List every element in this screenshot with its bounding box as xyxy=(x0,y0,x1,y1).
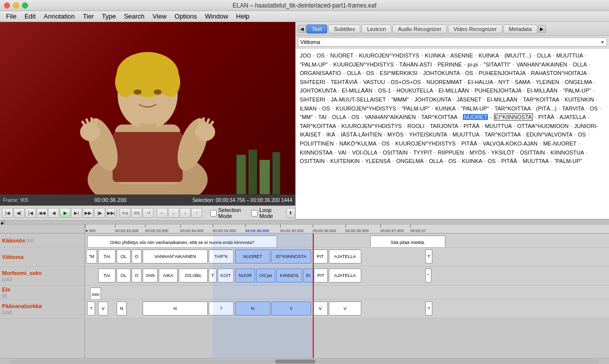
selection-mode-label[interactable]: Selection Mode xyxy=(210,207,246,219)
annot-m-13[interactable]: AJATELLA xyxy=(329,268,361,282)
annot-p-5[interactable]: N xyxy=(235,302,270,316)
annot-m-9[interactable]: OS:pe xyxy=(256,268,275,282)
svg-point-7 xyxy=(154,90,162,94)
annot-m-7[interactable]: KOIT xyxy=(218,268,234,282)
annot-e-0[interactable]: mm xyxy=(90,288,101,300)
close-button[interactable] xyxy=(4,2,10,8)
annot-m-1[interactable]: OL xyxy=(117,268,131,282)
annot-m-8[interactable]: NUOR xyxy=(235,268,255,282)
go-prev-annotation[interactable]: ⊣ xyxy=(143,208,154,218)
menu-file[interactable]: File xyxy=(2,12,21,21)
annotation-kaannos-1[interactable]: Sitä pitää miettiä. xyxy=(370,236,445,248)
annot-m-6[interactable]: T xyxy=(209,268,217,282)
menu-type[interactable]: Type xyxy=(98,12,120,21)
svg-point-6 xyxy=(134,90,142,94)
prev-second-button[interactable]: ◀ xyxy=(48,208,59,218)
track-viittoma: "M TAI OL O VANHAN^AIKAINEN TAR^K NUORET… xyxy=(85,248,609,266)
annot-p-8[interactable]: V xyxy=(329,302,361,316)
annot-m-3[interactable]: VAN xyxy=(143,268,158,282)
rewind-button[interactable]: |◀ xyxy=(25,208,36,218)
tab-next-button[interactable]: ▶ xyxy=(538,25,546,33)
scroll-up-button[interactable]: ⬆ xyxy=(286,208,295,218)
timeline-scrollbar[interactable] xyxy=(0,358,609,364)
menu-search[interactable]: Search xyxy=(120,12,149,21)
time-display: 00:00:36.200 xyxy=(29,197,192,203)
annot-p-4[interactable]: ? xyxy=(209,302,234,316)
annotation-kaannos-0[interactable]: Onko yhdistys siis niin vanhanaikainen, … xyxy=(87,236,277,248)
menu-help[interactable]: Help xyxy=(232,12,254,21)
transport-options: Selection Mode Loop Mode xyxy=(206,207,283,219)
annot-m-11[interactable]: EI xyxy=(303,268,313,282)
annot-m-12[interactable]: PIT xyxy=(314,268,328,282)
scrollbar-thumb[interactable] xyxy=(275,360,315,364)
annot-m-0[interactable]: TAI xyxy=(98,268,116,282)
arrow-up[interactable]: ↑ xyxy=(191,208,202,218)
loop-mode-label[interactable]: Loop Mode xyxy=(251,207,279,219)
annot-v-7[interactable]: EI^KIINNOSTA xyxy=(271,250,311,264)
annot-v-1[interactable]: TAI xyxy=(98,250,116,264)
tab-video-recognizer[interactable]: Video Recognizer xyxy=(448,24,502,34)
menu-view[interactable]: View xyxy=(149,12,171,21)
go-to-end-button[interactable]: ▶▶| xyxy=(106,208,117,218)
annot-p-6[interactable]: V xyxy=(271,302,311,316)
go-to-start-button[interactable]: |◀ xyxy=(2,208,13,218)
menu-edit[interactable]: Edit xyxy=(21,12,40,21)
arrow-left[interactable]: ← xyxy=(157,208,168,218)
annot-p-9[interactable]: ? xyxy=(425,302,432,316)
annot-m-4[interactable]: AIKA xyxy=(159,268,178,282)
arrow-right[interactable]: ↓ xyxy=(180,208,191,218)
next-second-button[interactable]: ▶| xyxy=(71,208,82,218)
loop-mode-checkbox[interactable] xyxy=(251,210,258,216)
slow-rewind-button[interactable]: ◀◀ xyxy=(37,208,48,218)
track-paasanaluokka: ? V N N ? N V V V ? xyxy=(85,300,609,318)
tab-lexicon[interactable]: Lexicon xyxy=(361,24,391,34)
window-controls[interactable] xyxy=(4,2,28,8)
annot-v-8[interactable]: PIT xyxy=(313,250,328,264)
tab-prev-button[interactable]: ◀ xyxy=(298,25,306,33)
selection-mode-checkbox[interactable] xyxy=(210,210,217,216)
prev-frame-button[interactable]: ◀| xyxy=(14,208,25,218)
annot-v-0[interactable]: "M xyxy=(86,250,97,264)
ruler-mark-2: 00:00:33.500 xyxy=(145,224,169,233)
slow-forward-button[interactable]: ▶▶ xyxy=(83,208,94,218)
tab-audio-recognizer[interactable]: Audio Recognizer xyxy=(392,24,447,34)
maximize-button[interactable] xyxy=(22,2,28,8)
svg-line-15 xyxy=(96,120,96,126)
annot-v-5[interactable]: TAR^K xyxy=(209,250,234,264)
right-panel-tabs: ◀ Text Subtitles Lexicon Audio Recognize… xyxy=(296,22,609,36)
annot-m-14[interactable]: " xyxy=(425,268,431,282)
menu-options[interactable]: Options xyxy=(171,12,201,21)
arrow-down[interactable]: ↓ xyxy=(168,208,179,218)
next-frame-button[interactable]: |▶ xyxy=(94,208,105,218)
annot-p-2[interactable]: N xyxy=(117,302,127,316)
annot-v-4[interactable]: VANHAN^AIKAINEN xyxy=(143,250,208,264)
play-button[interactable]: ▶ xyxy=(60,208,71,218)
tab-subtitles[interactable]: Subtitles xyxy=(328,24,360,34)
annot-p-7[interactable]: V xyxy=(313,302,328,316)
annot-v-3[interactable]: O xyxy=(132,250,142,264)
frame-counter: Frame: 905 xyxy=(3,198,29,203)
annot-v-9[interactable]: AJATELLA xyxy=(329,250,361,264)
menu-tier[interactable]: Tier xyxy=(79,12,98,21)
video-frame xyxy=(60,34,235,194)
annot-v-6[interactable]: NUORET xyxy=(235,250,270,264)
loop-stop-button[interactable]: ↺S xyxy=(131,208,142,218)
text-content-area: JOO · OS · NUORET · KUUROJEN^YHDISTYS · … xyxy=(296,48,609,219)
menu-window[interactable]: Window xyxy=(201,12,232,21)
menu-annotation[interactable]: Annotation xyxy=(40,12,79,21)
minimize-button[interactable] xyxy=(13,2,19,8)
tier-select[interactable]: Viittoma xyxy=(298,38,607,46)
annot-v-2[interactable]: OL xyxy=(117,250,131,264)
track-kaannos: Onko yhdistys siis niin vanhanaikainen, … xyxy=(85,234,609,248)
ruler-mark-6: 00:00:35.500 xyxy=(280,224,304,233)
annot-p-3[interactable]: N xyxy=(143,302,208,316)
tab-text[interactable]: Text xyxy=(306,24,327,34)
annot-v-10[interactable]: T xyxy=(425,250,432,264)
annot-m-5[interactable]: OS:clitic xyxy=(179,268,208,282)
annot-m-2[interactable]: O xyxy=(132,268,142,282)
tab-metadata[interactable]: Metadata xyxy=(503,24,537,34)
annot-p-1[interactable]: V xyxy=(98,302,108,316)
annot-m-10[interactable]: KIINNOS xyxy=(276,268,302,282)
loop-play-button[interactable]: ↻S xyxy=(120,208,131,218)
annot-p-0[interactable]: ? xyxy=(87,302,95,316)
